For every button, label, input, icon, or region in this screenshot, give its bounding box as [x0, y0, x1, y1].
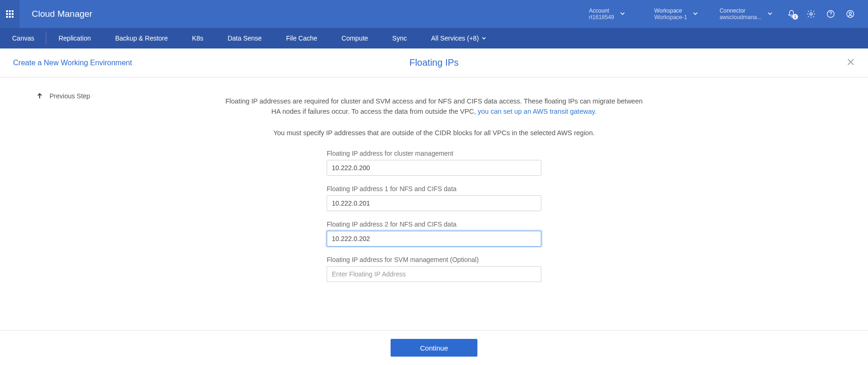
help-icon[interactable] — [826, 9, 835, 19]
nav-replication[interactable]: Replication — [46, 28, 103, 48]
svg-point-0 — [810, 13, 812, 15]
nfs-cifs-2-input[interactable] — [327, 231, 541, 247]
field-nfs-cifs-2: Floating IP address 2 for NFS and CIFS d… — [327, 220, 541, 247]
apps-grid-icon — [6, 10, 14, 18]
wizard-title[interactable]: Create a New Working Environment — [13, 59, 132, 67]
account-label: Account — [589, 7, 614, 14]
nav-label: Backup & Restore — [115, 34, 168, 42]
sub-header: Create a New Working Environment Floatin… — [0, 48, 868, 77]
floating-ip-form: Floating IP address for cluster manageme… — [327, 150, 541, 282]
chevron-down-icon — [767, 10, 773, 18]
nav-label: Sync — [392, 34, 407, 42]
chevron-down-icon — [620, 10, 625, 18]
settings-icon[interactable] — [806, 9, 816, 19]
description-block: Floating IP addresses are required for c… — [224, 96, 644, 282]
nav-label: Compute — [342, 34, 368, 42]
top-header: Cloud Manager Account rt1618549 Workspac… — [0, 0, 868, 28]
workspace-label: Workspace — [654, 7, 687, 14]
cluster-mgmt-input[interactable] — [327, 160, 541, 176]
apps-launcher[interactable] — [0, 0, 20, 28]
nav-label: Data Sense — [228, 34, 262, 42]
nav-file-cache[interactable]: File Cache — [274, 28, 329, 48]
footer: Continue — [0, 330, 868, 365]
nav-compute[interactable]: Compute — [329, 28, 380, 48]
header-icons: 1 — [782, 9, 868, 19]
close-button[interactable] — [847, 57, 855, 69]
nav-label: K8s — [192, 34, 203, 42]
chevron-down-icon — [482, 34, 486, 42]
workspace-value: Workspace-1 — [654, 14, 687, 21]
close-icon — [847, 58, 855, 66]
connector-selector[interactable]: Connector awscloudmana... — [710, 7, 782, 21]
description-sub: You must specify IP addresses that are o… — [224, 129, 644, 137]
workspace-selector[interactable]: Workspace Workspace-1 — [645, 7, 710, 21]
nav-backup-restore[interactable]: Backup & Restore — [103, 28, 180, 48]
notifications-icon[interactable]: 1 — [787, 9, 796, 19]
continue-button[interactable]: Continue — [391, 339, 477, 357]
nav-all-services[interactable]: All Services (+8) — [419, 28, 498, 48]
svg-point-4 — [849, 12, 852, 14]
main-content: Floating IP addresses are required for c… — [0, 77, 868, 330]
secondary-nav: Canvas Replication Backup & Restore K8s … — [0, 28, 868, 48]
connector-value: awscloudmana... — [720, 14, 762, 21]
field-label: Floating IP address for cluster manageme… — [327, 150, 541, 157]
brand-title[interactable]: Cloud Manager — [20, 9, 92, 19]
header-selectors: Account rt1618549 Workspace Workspace-1 … — [580, 7, 782, 21]
nav-label: All Services (+8) — [431, 34, 479, 42]
account-selector[interactable]: Account rt1618549 — [580, 7, 645, 21]
svm-mgmt-input[interactable] — [327, 266, 541, 282]
nav-label: Replication — [58, 34, 91, 42]
description-paragraph: Floating IP addresses are required for c… — [224, 96, 644, 117]
transit-gateway-link[interactable]: you can set up an AWS transit gateway. — [478, 108, 597, 115]
field-nfs-cifs-1: Floating IP address 1 for NFS and CIFS d… — [327, 185, 541, 211]
chevron-down-icon — [693, 10, 698, 18]
svg-point-2 — [831, 16, 831, 16]
connector-label: Connector — [720, 7, 762, 14]
nav-sync[interactable]: Sync — [380, 28, 419, 48]
field-label: Floating IP address 1 for NFS and CIFS d… — [327, 185, 541, 193]
field-cluster-mgmt: Floating IP address for cluster manageme… — [327, 150, 541, 176]
nav-data-sense[interactable]: Data Sense — [216, 28, 274, 48]
nav-label: File Cache — [286, 34, 317, 42]
field-label: Floating IP address for SVM management (… — [327, 256, 541, 263]
nav-label: Canvas — [12, 34, 34, 42]
field-label: Floating IP address 2 for NFS and CIFS d… — [327, 220, 541, 228]
nfs-cifs-1-input[interactable] — [327, 195, 541, 211]
user-icon[interactable] — [846, 9, 855, 19]
nav-canvas[interactable]: Canvas — [0, 28, 46, 48]
account-value: rt1618549 — [589, 14, 614, 21]
nav-k8s[interactable]: K8s — [180, 28, 216, 48]
notification-badge: 1 — [792, 14, 798, 20]
field-svm-mgmt: Floating IP address for SVM management (… — [327, 256, 541, 282]
page-title: Floating IPs — [409, 57, 459, 68]
